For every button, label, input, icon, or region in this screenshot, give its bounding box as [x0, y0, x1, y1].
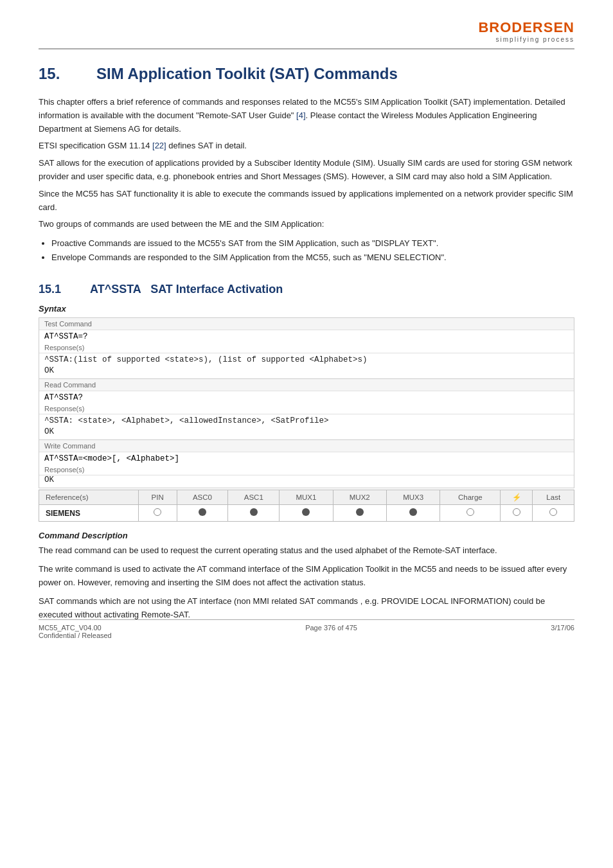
desc-para-1: The read command can be used to request … — [39, 544, 574, 558]
brand-logo: BRODERSEN — [478, 19, 574, 36]
ref-header-asc0: ASC0 — [177, 490, 228, 505]
ref-last — [533, 505, 574, 522]
command-description-label: Command Description — [39, 531, 574, 540]
intro-para-3: SAT allows for the execution of applicat… — [39, 157, 574, 184]
ref-header-mux3: MUX3 — [386, 490, 440, 505]
section-number: 15. — [39, 65, 77, 83]
write-command-block: Write Command AT^SSTA=<mode>[, <Alphabet… — [39, 440, 574, 488]
ref-asc0 — [177, 505, 228, 522]
footer-doc-name: MC55_ATC_V04.00 — [39, 624, 112, 632]
test-response-label: Response(s) — [39, 342, 574, 353]
circle-filled-icon — [356, 508, 364, 516]
test-response-code: ^SSTA:(list of supported <state>s), (lis… — [39, 353, 574, 366]
read-response-code: ^SSTA: <state>, <Alphabet>, <allowedInst… — [39, 414, 574, 427]
page-footer: MC55_ATC_V04.00 Confidential / Released … — [39, 619, 574, 639]
syntax-section: Test Command AT^SSTA=? Response(s) ^SSTA… — [39, 317, 574, 488]
test-command-label: Test Command — [39, 318, 574, 330]
ref-mux1 — [280, 505, 333, 522]
write-command-label: Write Command — [39, 440, 574, 452]
bullet-2: Envelope Commands are responded to the S… — [51, 251, 574, 265]
write-command-code: AT^SSTA=<mode>[, <Alphabet>] — [39, 452, 574, 465]
footer-right: 3/17/06 — [551, 624, 574, 639]
circle-empty-icon — [549, 508, 557, 516]
circle-empty-icon — [154, 508, 161, 516]
circle-filled-icon — [250, 508, 258, 516]
ref-mux2 — [333, 505, 386, 522]
footer-status: Confidential / Released — [39, 632, 112, 639]
read-command-label: Read Command — [39, 379, 574, 391]
ref-asc1 — [228, 505, 280, 522]
ref-mux3 — [386, 505, 440, 522]
ref-charge — [440, 505, 501, 522]
read-command-block: Read Command AT^SSTA? Response(s) ^SSTA:… — [39, 379, 574, 440]
write-ok: OK — [39, 475, 574, 488]
ref-signal2 — [501, 505, 533, 522]
intro-para-2: ETSI specification GSM 11.14 [22] define… — [39, 139, 574, 153]
ref-label-siemens: SIEMENS — [39, 505, 139, 522]
ref-header-pin: PIN — [138, 490, 177, 505]
ref-pin — [138, 505, 177, 522]
ref-link-4[interactable]: [4] — [296, 111, 305, 120]
table-row: SIEMENS — [39, 505, 574, 522]
bullet-1: Proactive Commands are issued to the MC5… — [51, 236, 574, 251]
footer-center: Page 376 of 475 — [305, 624, 357, 639]
desc-para-2: The write command is used to activate th… — [39, 563, 574, 590]
circle-filled-icon — [199, 508, 206, 516]
ref-header-signal: ⚡ — [501, 490, 533, 505]
subsection-title: 15.1 AT^SSTA SAT Interface Activation — [39, 283, 574, 296]
test-command-block: Test Command AT^SSTA=? Response(s) ^SSTA… — [39, 318, 574, 379]
intro-para-4: Since the MC55 has SAT functionality it … — [39, 188, 574, 215]
intro-para-1: This chapter offers a brief reference of… — [39, 96, 574, 136]
ref-header-charge: Charge — [440, 490, 501, 505]
section-heading: SIM Application Toolkit (SAT) Commands — [96, 65, 398, 83]
reference-table: Reference(s) PIN ASC0 ASC1 MUX1 MUX2 MUX… — [39, 490, 574, 522]
ref-header-mux1: MUX1 — [280, 490, 333, 505]
desc-para-3: SAT commands which are not using the AT … — [39, 595, 574, 622]
write-response-label: Response(s) — [39, 465, 574, 475]
test-ok: OK — [39, 366, 574, 378]
ref-link-22[interactable]: [22] — [152, 141, 166, 150]
test-command-code: AT^SSTA=? — [39, 330, 574, 342]
syntax-label: Syntax — [39, 304, 574, 314]
read-response-label: Response(s) — [39, 403, 574, 414]
circle-empty-icon — [513, 508, 520, 516]
circle-empty-icon — [466, 508, 474, 516]
read-ok: OK — [39, 427, 574, 439]
read-command-code: AT^SSTA? — [39, 391, 574, 403]
circle-filled-icon — [409, 508, 417, 516]
intro-para-5: Two groups of commands are used between … — [39, 218, 574, 231]
section-title: 15. SIM Application Toolkit (SAT) Comman… — [39, 65, 574, 83]
logo-area: BRODERSEN simplifying process — [478, 19, 574, 43]
ref-header-last: Last — [533, 490, 574, 505]
page-header: BRODERSEN simplifying process — [39, 19, 574, 49]
subsection-heading: AT^SSTA SAT Interface Activation — [90, 283, 283, 296]
bullet-list: Proactive Commands are issued to the MC5… — [51, 236, 574, 265]
ref-header-ref: Reference(s) — [39, 490, 139, 505]
ref-header-asc1: ASC1 — [228, 490, 280, 505]
subsection-number: 15.1 — [39, 283, 77, 296]
footer-left: MC55_ATC_V04.00 Confidential / Released — [39, 624, 112, 639]
brand-tagline: simplifying process — [478, 36, 574, 43]
circle-filled-icon — [302, 508, 310, 516]
ref-header-mux2: MUX2 — [333, 490, 386, 505]
